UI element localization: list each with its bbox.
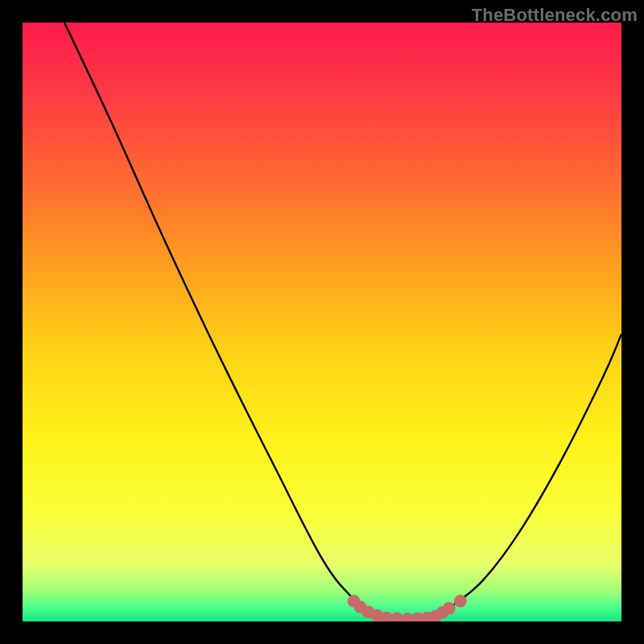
chart-frame: TheBottleneck.com bbox=[0, 0, 644, 644]
chart-svg bbox=[23, 23, 621, 621]
plot-area bbox=[23, 23, 621, 621]
marker-dot bbox=[382, 613, 393, 621]
marker-dot bbox=[444, 603, 455, 614]
marker-dot bbox=[391, 613, 402, 621]
marker-dot bbox=[455, 596, 466, 607]
marker-dot bbox=[402, 613, 414, 621]
watermark-text: TheBottleneck.com bbox=[472, 5, 638, 26]
gradient-background bbox=[23, 23, 621, 621]
